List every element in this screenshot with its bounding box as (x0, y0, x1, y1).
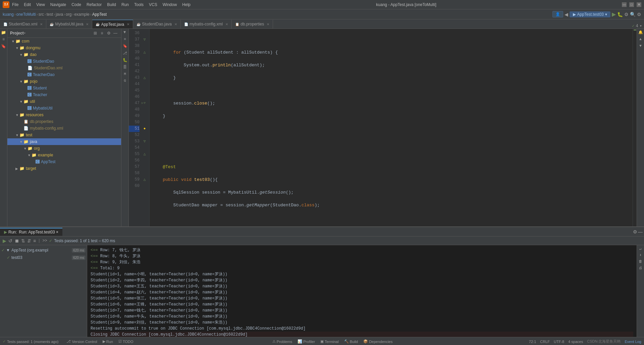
run-rerun-btn[interactable]: ↺ (8, 238, 12, 244)
debug-button[interactable]: 🐛 (617, 12, 623, 17)
settings-button[interactable]: ⚙ (637, 12, 641, 17)
scroll-end-icon[interactable]: ⬇ (639, 253, 642, 257)
profile-button[interactable]: 👤 (552, 11, 563, 17)
structure-side-icon[interactable]: ≡ (124, 37, 126, 41)
run-sort-btn[interactable]: ⇵ (27, 238, 31, 244)
menu-window[interactable]: Window (163, 2, 177, 7)
status-build[interactable]: 🔨 Build (344, 339, 358, 344)
menu-help[interactable]: Help (182, 2, 191, 7)
status-profiler[interactable]: 📊 Profiler (298, 339, 315, 344)
menu-edit[interactable]: Edit (24, 2, 31, 7)
run-filter-btn[interactable]: ≡ (33, 238, 36, 244)
menu-file[interactable]: File (12, 2, 18, 7)
encoding[interactable]: UTF-8 (554, 340, 564, 344)
indent-size[interactable]: 4 spaces (568, 340, 583, 344)
status-version-control[interactable]: ⎇ Version Control (64, 339, 100, 344)
tree-Teacher[interactable]: 🅲 Teacher (7, 91, 121, 98)
tree-StudentDao[interactable]: 🅲 StudentDao (7, 58, 121, 65)
tree-example[interactable]: ▼ 📁 example (7, 152, 121, 158)
test-item-AppTest[interactable]: ✓ ▼ AppTest (org.exampl 620 ms (1, 247, 86, 254)
console-line-11: Student(id=7, name=钱七, teacher=Teacher(i… (91, 307, 633, 314)
run-config-display[interactable]: ▶ AppTest.test03 ▾ (570, 11, 610, 17)
back-button[interactable]: ◀ (565, 12, 568, 17)
status-terminal[interactable]: ▣ Terminal (320, 339, 339, 344)
menu-vcs[interactable]: VCS (149, 2, 157, 7)
run-toggle-btn[interactable]: ⇅ (21, 238, 25, 244)
menu-build[interactable]: Build (107, 2, 116, 7)
sidebar-title: Project (10, 31, 24, 36)
tree-org[interactable]: ▼ 📁 org (7, 145, 121, 152)
run-stop-btn[interactable]: ⏹ (14, 238, 19, 244)
tree-resources[interactable]: ▼ 📁 resources (7, 112, 121, 118)
sidebar-collapse-btn[interactable]: ≡ (99, 30, 105, 36)
sidebar-settings-btn[interactable]: ⚙ (106, 30, 112, 36)
run-play-btn[interactable]: ▶ (3, 238, 6, 244)
tree-target[interactable]: ▶ 📁 target (7, 165, 121, 172)
menu-navigate[interactable]: Navigate (50, 2, 66, 7)
tree-TeacherDao[interactable]: 🅲 TeacherDao (7, 71, 121, 78)
clear-console-icon[interactable]: 🗑 (639, 259, 642, 264)
status-run[interactable]: ▶ Run (100, 339, 116, 344)
debug-side-icon[interactable]: 🐛 (123, 58, 127, 62)
console-line-3: <== Row: 9, 刘佳, 朱浩 (91, 259, 633, 265)
tree-MybatisUtil[interactable]: 🅲 MybatisUtil (7, 105, 121, 112)
tree-dbprops[interactable]: 📋 db.properties (7, 118, 121, 125)
tab-StudentDaoJava[interactable]: ☕ StudentDao.java ✕ (133, 20, 181, 28)
event-log[interactable]: Event Log (625, 340, 641, 344)
menu-run[interactable]: Run (121, 2, 129, 7)
git-icon[interactable]: ⎇ (123, 51, 127, 55)
cursor-position[interactable]: 72:1 (529, 340, 536, 344)
tree-AppTest[interactable]: 🅲 AppTest (7, 158, 121, 165)
maximize-button[interactable]: □ (629, 2, 634, 7)
menu-tools[interactable]: Tools (134, 2, 144, 7)
gradle-icon[interactable]: G (124, 79, 126, 83)
toolbar-settings[interactable]: ⚙ (624, 12, 629, 17)
right-scroll-down[interactable]: ▼ (639, 44, 642, 48)
test-item-test03[interactable]: ✓ test03 620 ms (1, 254, 86, 261)
wrap-lines-icon[interactable]: ↵ (639, 247, 642, 251)
tree-com[interactable]: ▼ 📁 com (7, 38, 121, 45)
minimize-button[interactable]: — (622, 2, 627, 7)
console-line-15: Closing JDBC Connection [com.mysql.jdbc.… (91, 332, 633, 337)
tree-pojo[interactable]: ▼ 📁 pojo (7, 78, 121, 85)
menu-view[interactable]: View (36, 2, 45, 7)
tab-AppTestJava[interactable]: ☕ AppTest.java ✕ (92, 20, 133, 28)
run-icon[interactable]: ▶ (123, 31, 127, 33)
menu-code[interactable]: Code (71, 2, 81, 7)
tree-mybatisconfig[interactable]: 📄 mybatis-config.xml (7, 125, 121, 132)
notifications-icon[interactable]: 🔔 (638, 30, 643, 34)
search-everywhere[interactable]: 🔍 (630, 12, 636, 17)
tree-java[interactable]: ▼ 📁 java (7, 138, 121, 145)
tab-MybatisUtilJava[interactable]: ☕ MybatisUtil.java ✕ (46, 20, 92, 28)
database-icon[interactable]: 🗄 (123, 65, 127, 69)
sidebar-close-btn[interactable]: — (112, 30, 118, 36)
tree-dongmu[interactable]: ▼ 📁 dongmu (7, 45, 121, 51)
tree-StudentDaoXml[interactable]: 📄 StudentDao.xml (7, 65, 121, 71)
maven-icon[interactable]: M (124, 72, 126, 76)
project-icon[interactable]: 📁 (1, 30, 6, 35)
status-todo[interactable]: ☑ TODO (116, 339, 136, 344)
tree-dao[interactable]: ▼ 📁 dao (7, 51, 121, 58)
menu-refactor[interactable]: Refactor (87, 2, 102, 7)
run-button[interactable]: ▶ (612, 11, 616, 17)
bottom-settings-btn[interactable]: ⚙ (633, 229, 637, 234)
status-dependencies[interactable]: 📦 Dependencies (363, 339, 392, 344)
sidebar-layout-btn[interactable]: ⊞ (92, 30, 98, 36)
bottom-close-btn[interactable]: — (638, 229, 643, 234)
tab-MybatisConfigXml[interactable]: 📄 mybatis-config.xml ✕ (181, 20, 232, 28)
right-scroll-up[interactable]: ▲ (639, 37, 642, 41)
print-icon[interactable]: 🖨 (639, 266, 642, 270)
bookmark-side-icon[interactable]: 🔖 (123, 44, 127, 48)
close-button[interactable]: ✕ (637, 2, 641, 7)
code-editor: 3637383940 4142434445 4647484950 51 5253… (129, 29, 637, 226)
tree-test[interactable]: ▼ 📁 test (7, 132, 121, 138)
tab-StudentDaoXml[interactable]: 📄 StudentDao.xml ✕ (0, 20, 46, 28)
run-tab[interactable]: ▶ Run: Run: AppTest.test03 × (0, 228, 62, 236)
tree-util[interactable]: ▼ 📁 util (7, 98, 121, 105)
bookmarks-icon[interactable]: 🔖 (1, 44, 6, 49)
tab-DbProperties[interactable]: 📋 db.properties ✕ (232, 20, 273, 28)
status-problems[interactable]: ⚠ Problems (272, 339, 292, 344)
structure-icon[interactable]: ≡ (2, 37, 5, 42)
line-separator[interactable]: CRLF (540, 340, 550, 344)
tree-Student[interactable]: 🅲 Student (7, 85, 121, 91)
